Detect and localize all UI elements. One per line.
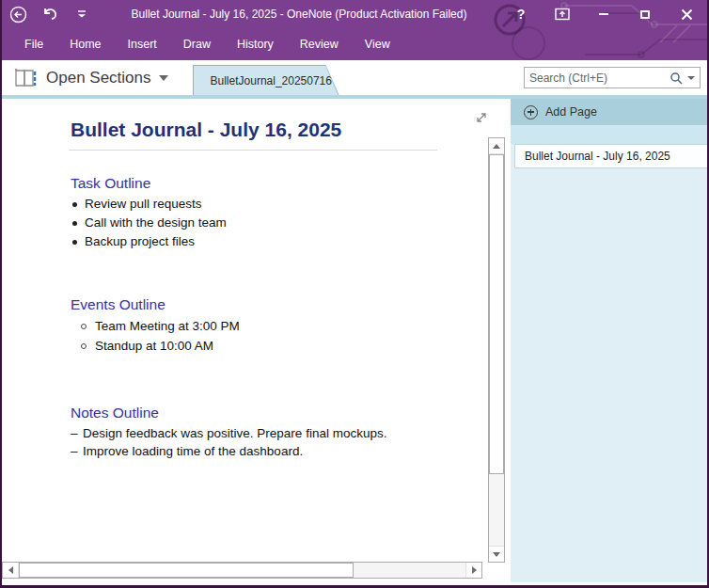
vertical-scrollbar[interactable] [488,137,505,563]
quick-access-toolbar [2,0,98,28]
search-box [524,67,701,88]
notes-outline-section: Notes Outline Design feedback was positi… [71,405,511,460]
sidebar-empty-area [511,168,707,582]
tab-file[interactable]: File [24,38,43,51]
ribbon-display-options-button[interactable] [542,0,583,28]
page-title-underline [69,150,437,151]
chevron-down-icon [159,75,168,81]
event-item[interactable]: Standup at 10:00 AM [72,336,511,356]
events-list: Team Meeting at 3:00 PM Standup at 10:00… [71,316,511,356]
note-item[interactable]: Design feedback was positive. Prepare fi… [71,424,511,442]
scroll-left-button[interactable] [3,563,19,578]
window-title: Bullet Journal - July 16, 2025 - OneNote… [98,8,500,21]
scroll-right-icon [472,566,477,574]
tab-home[interactable]: Home [70,38,101,51]
ribbon-tab-bar: File Home Insert Draw History Review Vie… [2,28,707,60]
section-bar: Open Sections BulletJournal_20250716 [2,60,707,95]
onenote-window: Bullet Journal - July 16, 2025 - OneNote… [0,0,709,588]
task-item[interactable]: Backup project files [71,232,511,251]
help-button[interactable]: ? [500,0,542,28]
vertical-scrollbar-thumb[interactable] [489,154,504,474]
search-icon[interactable] [670,72,683,85]
page-item-title: Bullet Journal - July 16, 2025 [525,150,670,163]
window-header: Bullet Journal - July 16, 2025 - OneNote… [2,0,707,60]
search-input[interactable] [529,72,670,85]
scroll-down-icon [493,552,500,557]
task-item[interactable]: Review pull requests [71,195,511,214]
minimize-button[interactable] [583,0,624,28]
note-item[interactable]: Improve loading time of the dashboard. [71,442,511,460]
section-tab-active[interactable]: BulletJournal_20250716 [193,65,339,95]
scroll-down-button[interactable] [489,546,504,562]
horizontal-scrollbar-thumb[interactable] [19,563,354,578]
tab-insert[interactable]: Insert [128,38,157,51]
page-list-sidebar: Add Page Bullet Journal - July 16, 2025 [511,99,707,582]
customize-quick-access-toolbar-icon [77,9,87,19]
open-sections-dropdown[interactable]: Open Sections [13,60,168,95]
add-page-label: Add Page [545,105,597,119]
maximize-button[interactable] [624,0,666,28]
titlebar: Bullet Journal - July 16, 2025 - OneNote… [2,0,707,28]
horizontal-scrollbar[interactable] [2,562,482,579]
close-icon [681,8,693,21]
maximize-icon [640,10,650,19]
ribbon-display-options-icon [555,8,570,21]
tab-view[interactable]: View [365,38,390,51]
search-scope-dropdown-icon[interactable] [687,76,695,80]
tab-draw[interactable]: Draw [183,38,211,51]
scroll-up-icon [493,144,500,149]
scroll-up-button[interactable] [489,138,504,154]
close-button[interactable] [666,0,707,28]
events-outline-section: Events Outline Team Meeting at 3:00 PM S… [71,296,511,356]
help-icon: ? [517,7,526,22]
sidebar-spacer [511,125,707,144]
tab-history[interactable]: History [237,38,274,51]
scroll-left-icon [8,566,13,574]
events-outline-heading[interactable]: Events Outline [71,296,511,313]
add-page-plus-icon [524,105,538,119]
task-outline-heading[interactable]: Task Outline [71,175,511,192]
notes-outline-heading[interactable]: Notes Outline [71,405,511,421]
page-list-item-selected[interactable]: Bullet Journal - July 16, 2025 [514,144,707,168]
add-page-button[interactable]: Add Page [511,99,707,125]
notebook-icon [13,68,39,87]
task-item[interactable]: Call with the design team [71,214,511,232]
undo-button[interactable] [34,0,66,28]
undo-icon [41,7,58,22]
back-button[interactable] [2,0,34,28]
scroll-right-button[interactable] [465,563,481,578]
full-page-view-button[interactable] [475,111,488,124]
back-icon [9,6,27,24]
main-area: Bullet Journal - July 16, 2025 Task Outl… [2,99,707,582]
open-sections-label: Open Sections [46,69,151,87]
page-title[interactable]: Bullet Journal - July 16, 2025 [71,119,511,141]
customize-quick-access-toolbar-button[interactable] [66,0,98,28]
notes-list: Design feedback was positive. Prepare fi… [71,424,511,460]
task-outline-section: Task Outline Review pull requests Call w… [71,175,511,251]
minimize-icon [599,13,608,15]
expand-diagonal-icon [475,111,488,124]
note-page[interactable]: Bullet Journal - July 16, 2025 Task Outl… [2,99,511,582]
event-item[interactable]: Team Meeting at 3:00 PM [72,316,511,336]
section-tab-label: BulletJournal_20250716 [211,74,332,87]
task-list: Review pull requests Call with the desig… [71,195,511,251]
tab-review[interactable]: Review [300,38,339,51]
